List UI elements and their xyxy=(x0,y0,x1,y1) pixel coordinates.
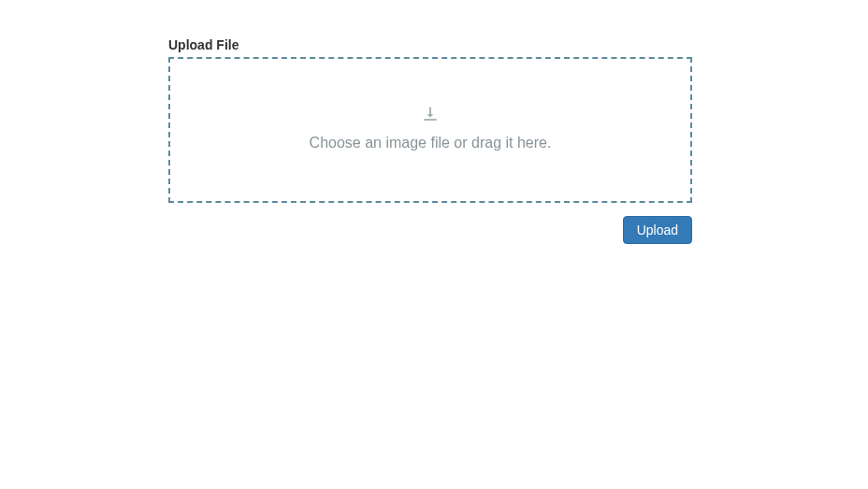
button-row: Upload xyxy=(168,216,692,244)
upload-button[interactable]: Upload xyxy=(623,216,692,244)
file-dropzone[interactable]: Choose an image file or drag it here. xyxy=(168,57,692,203)
dropzone-text: Choose an image file or drag it here. xyxy=(310,133,552,153)
download-icon xyxy=(421,106,440,127)
upload-label: Upload File xyxy=(168,37,692,52)
upload-form-container: Upload File Choose an image file or drag… xyxy=(0,0,692,244)
